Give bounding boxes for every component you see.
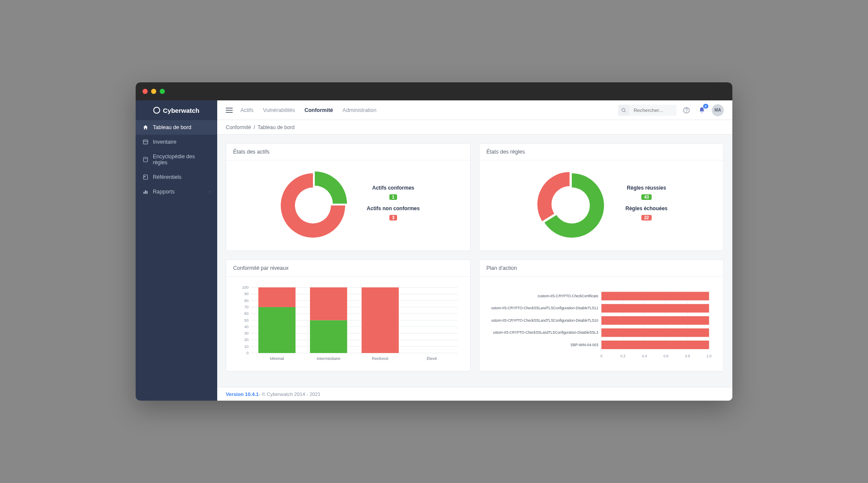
legend-label-passed: Règles réussies <box>625 185 668 191</box>
sidebar-item-label: Rapports <box>153 189 175 195</box>
copyright: - © Cyberwatch 2014 - 2021 <box>259 392 321 397</box>
search-input[interactable] <box>629 105 677 116</box>
svg-rect-38 <box>310 320 347 353</box>
svg-rect-2 <box>143 157 147 162</box>
legend-label-conforming: Actifs conformes <box>367 185 419 191</box>
breadcrumb-page: Tableau de bord <box>258 124 294 130</box>
svg-text:10: 10 <box>244 344 249 349</box>
svg-text:Élevé: Élevé <box>427 356 437 361</box>
sidebar-item-label: Inventaire <box>153 139 176 145</box>
legend-count-conforming: 1 <box>389 194 397 200</box>
list-icon <box>143 139 149 145</box>
svg-rect-0 <box>143 140 148 144</box>
svg-rect-50 <box>601 292 709 300</box>
svg-text:100: 100 <box>242 285 249 290</box>
card-compliance-levels: Conformité par niveaux 01020304050607080… <box>226 260 470 371</box>
svg-text:60: 60 <box>244 311 249 316</box>
card-rule-states: États des règles Règles réussies 43 Règl… <box>479 143 724 251</box>
card-title: Conformité par niveaux <box>226 260 470 277</box>
breadcrumb: Conformité / Tableau de bord <box>217 120 732 135</box>
main: Actifs Vulnérabilités Conformité Adminis… <box>217 100 732 401</box>
svg-text:40: 40 <box>244 325 249 329</box>
sidebar-item-encyclopedia[interactable]: Encyclopédie des règles <box>136 149 217 170</box>
home-icon <box>143 124 149 130</box>
bar-chart-levels: 0102030405060708090100MinimalIntermédiai… <box>237 285 460 362</box>
help-button[interactable] <box>681 105 692 116</box>
svg-rect-8 <box>146 191 147 193</box>
svg-text:0.8: 0.8 <box>685 354 690 358</box>
svg-text:1.0: 1.0 <box>707 354 712 358</box>
search-icon[interactable] <box>618 105 629 116</box>
sidebar-item-reports[interactable]: Rapports ‹ <box>136 184 217 199</box>
notification-count: 2 <box>703 104 708 109</box>
legend-label-failed: Règles échouées <box>625 205 668 211</box>
sidebar-item-dashboard[interactable]: Tableau de bord <box>136 120 217 135</box>
search <box>618 105 677 116</box>
svg-text:custom-IIS-CRYPTO-CheckCertifi: custom-IIS-CRYPTO-CheckCertificate <box>537 294 598 298</box>
logo-icon <box>153 107 160 114</box>
svg-text:ustom-IIS-CRYPTO-CheckSSLandTL: ustom-IIS-CRYPTO-CheckSSLandTLSConfigura… <box>493 330 598 335</box>
svg-rect-54 <box>601 316 709 325</box>
svg-text:20: 20 <box>244 338 249 342</box>
svg-rect-41 <box>361 287 399 353</box>
topnav-compliance[interactable]: Conformité <box>304 107 333 113</box>
topnav-assets[interactable]: Actifs <box>240 107 254 113</box>
bar-chart-plan: custom-IIS-CRYPTO-CheckCertificateustom-… <box>490 285 713 362</box>
chevron-left-icon: ‹ <box>209 190 210 194</box>
svg-rect-35 <box>258 307 296 353</box>
notifications-button[interactable]: 2 <box>696 105 707 116</box>
topnav-administration[interactable]: Administration <box>343 107 376 113</box>
sidebar-item-label: Tableau de bord <box>153 124 191 130</box>
menu-toggle-button[interactable] <box>226 108 233 113</box>
version-link[interactable]: Version 10.4.1 <box>226 392 259 397</box>
window-minimize-icon[interactable] <box>151 89 156 94</box>
svg-point-12 <box>686 112 687 112</box>
brand-logo[interactable]: Cyberwatch <box>136 100 217 120</box>
sidebar-item-references[interactable]: Référentiels <box>136 170 217 184</box>
sidebar-item-inventory[interactable]: Inventaire <box>136 135 217 149</box>
chart-icon <box>143 189 149 195</box>
brand-name: Cyberwatch <box>163 107 199 114</box>
app-window: Cyberwatch Tableau de bord Inventaire En… <box>136 82 732 401</box>
svg-rect-6 <box>143 192 144 194</box>
avatar[interactable]: MA <box>712 104 724 116</box>
donut-chart-assets <box>276 169 349 242</box>
svg-rect-4 <box>143 175 147 180</box>
donut-chart-rules <box>535 169 608 242</box>
svg-text:0.2: 0.2 <box>620 354 625 358</box>
sidebar-item-label: Référentiels <box>153 174 182 180</box>
svg-text:0: 0 <box>246 351 249 355</box>
svg-text:0.6: 0.6 <box>664 354 669 358</box>
breadcrumb-section[interactable]: Conformité <box>226 124 251 130</box>
svg-point-9 <box>622 108 625 111</box>
svg-text:0.4: 0.4 <box>642 354 647 358</box>
svg-text:30: 30 <box>244 331 249 335</box>
card-title: Plan d'action <box>480 260 723 277</box>
top-nav: Actifs Vulnérabilités Conformité Adminis… <box>240 107 376 113</box>
svg-text:ustom-IIS-CRYPTO-CheckSSLandTL: ustom-IIS-CRYPTO-CheckSSLandTLSConfigura… <box>491 306 598 310</box>
svg-point-5 <box>144 176 145 177</box>
svg-text:SBP-WIN-04-003: SBP-WIN-04-003 <box>571 343 598 347</box>
window-maximize-icon[interactable] <box>160 89 165 94</box>
legend-count-nonconforming: 3 <box>389 215 397 220</box>
svg-text:70: 70 <box>244 305 249 309</box>
card-asset-states: États des actifs Actifs conformes 1 Acti… <box>226 143 470 251</box>
topbar: Actifs Vulnérabilités Conformité Adminis… <box>217 100 732 120</box>
window-close-icon[interactable] <box>143 89 148 94</box>
svg-text:Minimal: Minimal <box>270 356 284 361</box>
svg-text:80: 80 <box>244 299 249 303</box>
legend-count-passed: 43 <box>641 194 651 200</box>
svg-rect-7 <box>145 190 146 194</box>
svg-text:0: 0 <box>601 354 603 358</box>
folder-icon <box>143 174 149 180</box>
legend-label-nonconforming: Actifs non conformes <box>367 205 419 211</box>
footer: Version 10.4.1 - © Cyberwatch 2014 - 202… <box>217 387 732 401</box>
card-action-plan: Plan d'action custom-IIS-CRYPTO-CheckCer… <box>479 260 724 371</box>
svg-text:50: 50 <box>244 318 249 323</box>
sidebar-item-label: Encyclopédie des règles <box>153 154 210 166</box>
topnav-vulnerabilities[interactable]: Vulnérabilités <box>263 107 295 113</box>
svg-rect-39 <box>310 287 347 320</box>
svg-text:ustom-IIS-CRYPTO-CheckSSLandTL: ustom-IIS-CRYPTO-CheckSSLandTLSConfigura… <box>491 318 598 323</box>
titlebar <box>136 82 732 100</box>
legend-count-failed: 22 <box>641 215 651 220</box>
